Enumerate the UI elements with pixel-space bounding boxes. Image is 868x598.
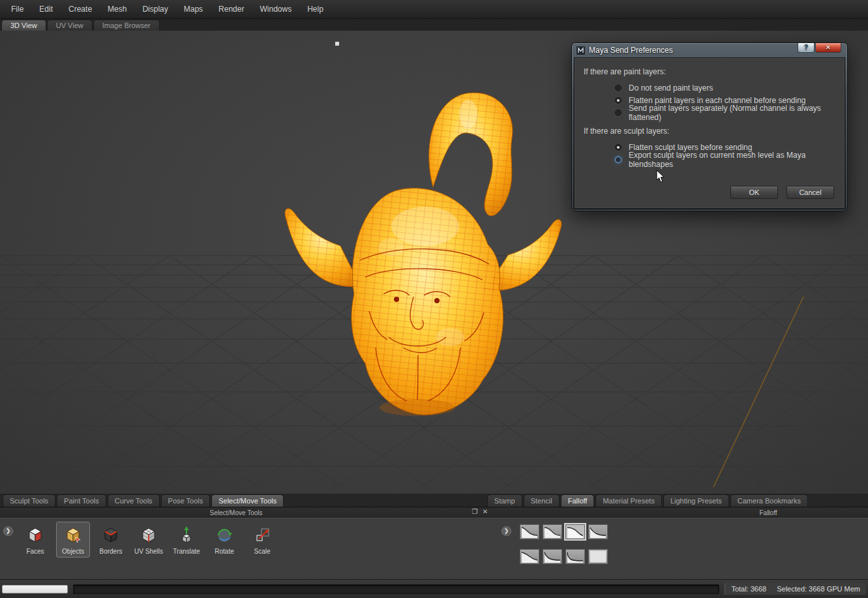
right-tray-expander-button[interactable]: ❯: [501, 526, 511, 536]
status-message-area: [73, 584, 719, 594]
dialog-body: If there are paint layers: Do not send p…: [574, 57, 845, 209]
tab-camera-bookmarks[interactable]: Camera Bookmarks: [730, 494, 808, 507]
3d-viewport[interactable]: Maya Send Preferences ? ✕ If there are p…: [0, 31, 868, 494]
tab-pose-tools[interactable]: Pose Tools: [161, 494, 211, 507]
tab-image-browser[interactable]: Image Browser: [93, 20, 160, 31]
tab-paint-tools[interactable]: Paint Tools: [57, 494, 106, 507]
menu-windows[interactable]: Windows: [252, 2, 299, 16]
left-eye: [394, 297, 399, 302]
right-tray-title: Falloff: [729, 509, 807, 516]
falloff-curve-6[interactable]: [543, 549, 562, 564]
float-window-icon[interactable]: ❐: [471, 508, 479, 516]
falloff-curve-2[interactable]: [543, 524, 562, 539]
radio-button-checked[interactable]: [615, 97, 621, 104]
dialog-close-button[interactable]: ✕: [815, 43, 841, 53]
tool-label: Translate: [173, 548, 200, 555]
maya-send-preferences-dialog: Maya Send Preferences ? ✕ If there are p…: [571, 42, 848, 211]
menu-display[interactable]: Display: [135, 2, 175, 16]
tool-label: Objects: [62, 548, 84, 555]
tool-rotate[interactable]: Rotate: [207, 522, 241, 558]
left-tray-title: Select/Move Tools: [194, 509, 278, 516]
mouse-cursor: [656, 170, 665, 183]
tab-falloff[interactable]: Falloff: [561, 494, 595, 507]
falloff-curve-3[interactable]: [565, 524, 585, 539]
menu-render[interactable]: Render: [211, 2, 251, 16]
tab-stamp[interactable]: Stamp: [487, 494, 522, 507]
radio-row-export-sculpt-layers-blendshapes[interactable]: Export sculpt layers on current mesh lev…: [615, 153, 835, 166]
radio-row-do-not-send-paint-layers[interactable]: Do not send paint layers: [615, 82, 835, 94]
dialog-titlebar[interactable]: Maya Send Preferences ? ✕: [574, 43, 845, 57]
menu-maps[interactable]: Maps: [177, 2, 210, 16]
rotate-icon: [215, 525, 234, 545]
radio-label[interactable]: Send paint layers separately (Normal cha…: [629, 104, 835, 122]
menu-create[interactable]: Create: [61, 2, 99, 16]
ok-button[interactable]: OK: [730, 186, 778, 199]
cancel-button[interactable]: Cancel: [786, 186, 834, 199]
tool-scale[interactable]: Scale: [245, 522, 279, 558]
menu-mesh[interactable]: Mesh: [100, 2, 134, 16]
tab-select-move-tools[interactable]: Select/Move Tools: [211, 494, 284, 507]
tab-uv-view[interactable]: UV View: [47, 20, 93, 31]
dialog-help-button[interactable]: ?: [798, 43, 815, 53]
falloff-curve-8[interactable]: [588, 549, 608, 564]
sculpt-layers-section-label: If there are sculpt layers:: [584, 127, 835, 136]
mudbox-window: File Edit Create Mesh Display Maps Rende…: [0, 0, 868, 598]
menu-file[interactable]: File: [4, 2, 31, 16]
tray-scrollbar-thumb[interactable]: [2, 585, 68, 593]
falloff-tray: [520, 524, 608, 564]
objects-cube-icon: [63, 525, 83, 545]
translate-icon: [177, 525, 196, 545]
tool-objects[interactable]: Objects: [56, 522, 90, 558]
tool-label: Faces: [26, 548, 44, 555]
radio-row-send-paint-layers-separately[interactable]: Send paint layers separately (Normal cha…: [615, 106, 835, 119]
falloff-curve-7[interactable]: [565, 549, 585, 564]
dialog-window-buttons: ? ✕: [798, 43, 841, 53]
tab-lighting-presets[interactable]: Lighting Presets: [663, 494, 729, 507]
tab-stencil[interactable]: Stencil: [524, 494, 560, 507]
scale-icon: [252, 525, 272, 545]
right-eye: [434, 298, 440, 303]
tab-material-presets[interactable]: Material Presets: [595, 494, 661, 507]
menu-help[interactable]: Help: [300, 2, 331, 16]
tab-3d-view[interactable]: 3D View: [1, 20, 46, 31]
tool-faces[interactable]: Faces: [18, 522, 52, 558]
tool-translate[interactable]: Translate: [170, 522, 203, 558]
radio-button-unchecked[interactable]: [615, 110, 621, 116]
radio-button-unchecked[interactable]: [615, 85, 621, 91]
tab-sculpt-tools[interactable]: Sculpt Tools: [3, 494, 55, 507]
tool-label: Rotate: [215, 548, 233, 555]
tool-borders[interactable]: Borders: [94, 522, 128, 558]
dialog-title: Maya Send Preferences: [589, 46, 673, 55]
tool-uv-shells[interactable]: UV Shells: [132, 522, 166, 558]
total-count: Total: 3668: [731, 585, 766, 593]
paint-layers-section-label: If there are paint layers:: [584, 67, 835, 76]
tool-label: Borders: [99, 548, 122, 555]
tray-headers: Select/Move Tools ❐ ✕ Falloff: [0, 507, 868, 518]
tool-label: UV Shells: [134, 548, 163, 555]
tray-body: ❯ ❯ Faces Objects: [0, 518, 868, 579]
radio-button-focused[interactable]: [615, 157, 621, 163]
falloff-curve-1[interactable]: [520, 524, 539, 539]
viking-head-model[interactable]: [285, 93, 561, 416]
radio-label[interactable]: Do not send paint layers: [629, 83, 713, 93]
radio-label[interactable]: Export sculpt layers on current mesh lev…: [629, 151, 835, 169]
left-tray-expander-button[interactable]: ❯: [3, 526, 13, 536]
falloff-curve-5[interactable]: [520, 549, 539, 564]
tab-curve-tools[interactable]: Curve Tools: [108, 494, 160, 507]
selection-info: Total: 3668 Selected: 3668 GPU Mem: [725, 583, 866, 595]
tray-tab-bar: Sculpt Tools Paint Tools Curve Tools Pos…: [0, 494, 868, 507]
uv-shells-cube-icon: [139, 525, 158, 545]
borders-cube-icon: [101, 525, 121, 545]
menubar: File Edit Create Mesh Display Maps Rende…: [0, 0, 868, 19]
menu-edit[interactable]: Edit: [32, 2, 60, 16]
faces-cube-icon: [25, 525, 45, 545]
radio-button-checked[interactable]: [615, 144, 621, 151]
falloff-curve-4[interactable]: [588, 524, 608, 539]
dialog-buttons: OK Cancel: [730, 186, 834, 199]
selected-count: Selected: 3668 GPU Mem: [777, 585, 860, 593]
status-bar: Total: 3668 Selected: 3668 GPU Mem: [0, 579, 868, 598]
select-move-tools-tray: Faces Objects Borders: [18, 522, 279, 558]
viewport-artifact-dot: [335, 42, 339, 46]
close-tray-icon[interactable]: ✕: [481, 508, 489, 516]
maya-icon: [576, 46, 586, 55]
